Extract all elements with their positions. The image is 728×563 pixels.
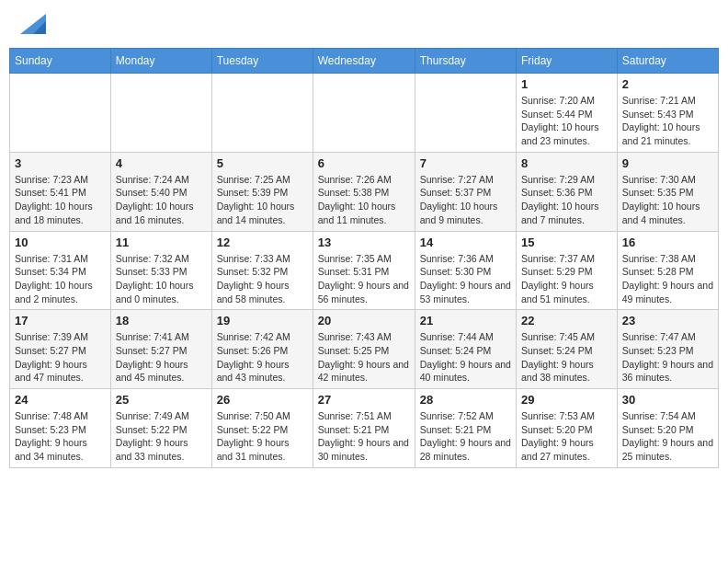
day-info: Sunrise: 7:30 AM Sunset: 5:35 PM Dayligh… [622,173,713,227]
calendar-cell: 12Sunrise: 7:33 AM Sunset: 5:32 PM Dayli… [211,231,313,310]
calendar-cell [415,74,516,153]
calendar-cell: 2Sunrise: 7:21 AM Sunset: 5:43 PM Daylig… [617,74,718,153]
calendar-header-monday: Monday [110,49,211,74]
day-number: 13 [318,236,410,249]
day-info: Sunrise: 7:48 AM Sunset: 5:23 PM Dayligh… [15,409,106,464]
day-number: 6 [318,156,410,170]
day-info: Sunrise: 7:25 AM Sunset: 5:39 PM Dayligh… [217,173,308,227]
day-info: Sunrise: 7:36 AM Sunset: 5:30 PM Dayligh… [420,252,511,306]
calendar-header-friday: Friday [516,49,617,74]
day-info: Sunrise: 7:31 AM Sunset: 5:34 PM Dayligh… [15,252,106,306]
day-number: 3 [15,156,106,170]
day-info: Sunrise: 7:26 AM Sunset: 5:38 PM Dayligh… [318,173,410,227]
calendar-cell: 29Sunrise: 7:53 AM Sunset: 5:20 PM Dayli… [516,389,617,468]
calendar-cell: 10Sunrise: 7:31 AM Sunset: 5:34 PM Dayli… [10,231,111,310]
calendar-header-thursday: Thursday [415,49,516,74]
calendar-cell: 30Sunrise: 7:54 AM Sunset: 5:20 PM Dayli… [617,389,718,468]
page-header [9,9,719,39]
day-number: 8 [521,156,612,170]
day-number: 14 [420,236,511,249]
calendar-cell: 22Sunrise: 7:45 AM Sunset: 5:24 PM Dayli… [516,310,617,389]
day-number: 1 [521,77,612,91]
day-number: 23 [622,314,713,327]
calendar-cell: 19Sunrise: 7:42 AM Sunset: 5:26 PM Dayli… [211,310,313,389]
calendar-cell: 17Sunrise: 7:39 AM Sunset: 5:27 PM Dayli… [10,310,111,389]
calendar-cell: 14Sunrise: 7:36 AM Sunset: 5:30 PM Dayli… [415,231,516,310]
day-number: 30 [622,393,713,407]
day-info: Sunrise: 7:32 AM Sunset: 5:33 PM Dayligh… [116,252,207,306]
logo [18,14,46,34]
day-number: 21 [420,314,511,327]
calendar-cell: 3Sunrise: 7:23 AM Sunset: 5:41 PM Daylig… [10,152,111,231]
day-info: Sunrise: 7:21 AM Sunset: 5:43 PM Dayligh… [622,94,713,148]
day-info: Sunrise: 7:52 AM Sunset: 5:21 PM Dayligh… [420,409,511,464]
calendar-cell: 8Sunrise: 7:29 AM Sunset: 5:36 PM Daylig… [516,152,617,231]
calendar-cell: 1Sunrise: 7:20 AM Sunset: 5:44 PM Daylig… [516,74,617,153]
day-number: 11 [116,236,207,249]
day-info: Sunrise: 7:47 AM Sunset: 5:23 PM Dayligh… [622,330,713,385]
day-info: Sunrise: 7:42 AM Sunset: 5:26 PM Dayligh… [217,330,308,385]
day-info: Sunrise: 7:53 AM Sunset: 5:20 PM Dayligh… [521,409,612,464]
day-number: 25 [116,393,207,407]
day-number: 2 [622,77,713,91]
calendar-cell: 25Sunrise: 7:49 AM Sunset: 5:22 PM Dayli… [110,389,211,468]
calendar-cell [313,74,415,153]
calendar-cell: 7Sunrise: 7:27 AM Sunset: 5:37 PM Daylig… [415,152,516,231]
calendar-cell [211,74,313,153]
day-number: 24 [15,393,106,407]
calendar-cell: 20Sunrise: 7:43 AM Sunset: 5:25 PM Dayli… [313,310,415,389]
day-info: Sunrise: 7:51 AM Sunset: 5:21 PM Dayligh… [318,409,410,464]
day-number: 7 [420,156,511,170]
day-number: 5 [217,156,308,170]
day-info: Sunrise: 7:39 AM Sunset: 5:27 PM Dayligh… [15,330,106,385]
day-info: Sunrise: 7:27 AM Sunset: 5:37 PM Dayligh… [420,173,511,227]
day-info: Sunrise: 7:35 AM Sunset: 5:31 PM Dayligh… [318,252,410,306]
calendar-cell: 24Sunrise: 7:48 AM Sunset: 5:23 PM Dayli… [10,389,111,468]
day-number: 9 [622,156,713,170]
day-number: 4 [116,156,207,170]
day-number: 26 [217,393,308,407]
calendar-cell: 11Sunrise: 7:32 AM Sunset: 5:33 PM Dayli… [110,231,211,310]
day-info: Sunrise: 7:23 AM Sunset: 5:41 PM Dayligh… [15,173,106,227]
day-info: Sunrise: 7:44 AM Sunset: 5:24 PM Dayligh… [420,330,511,385]
calendar-cell: 15Sunrise: 7:37 AM Sunset: 5:29 PM Dayli… [516,231,617,310]
day-info: Sunrise: 7:29 AM Sunset: 5:36 PM Dayligh… [521,173,612,227]
day-info: Sunrise: 7:45 AM Sunset: 5:24 PM Dayligh… [521,330,612,385]
calendar-cell: 27Sunrise: 7:51 AM Sunset: 5:21 PM Dayli… [313,389,415,468]
calendar-cell: 18Sunrise: 7:41 AM Sunset: 5:27 PM Dayli… [110,310,211,389]
calendar-cell: 6Sunrise: 7:26 AM Sunset: 5:38 PM Daylig… [313,152,415,231]
calendar-cell: 16Sunrise: 7:38 AM Sunset: 5:28 PM Dayli… [617,231,718,310]
calendar-week-row: 3Sunrise: 7:23 AM Sunset: 5:41 PM Daylig… [10,152,719,231]
calendar-cell: 4Sunrise: 7:24 AM Sunset: 5:40 PM Daylig… [110,152,211,231]
calendar-cell: 26Sunrise: 7:50 AM Sunset: 5:22 PM Dayli… [211,389,313,468]
calendar-header-tuesday: Tuesday [211,49,313,74]
calendar-cell [10,74,111,153]
calendar-cell [110,74,211,153]
calendar-cell: 23Sunrise: 7:47 AM Sunset: 5:23 PM Dayli… [617,310,718,389]
logo-general-text [18,14,46,34]
day-number: 19 [217,314,308,327]
calendar-header-sunday: Sunday [10,49,111,74]
day-number: 12 [217,236,308,249]
day-number: 27 [318,393,410,407]
day-number: 18 [116,314,207,327]
calendar-header-saturday: Saturday [617,49,718,74]
calendar-week-row: 17Sunrise: 7:39 AM Sunset: 5:27 PM Dayli… [10,310,719,389]
day-info: Sunrise: 7:43 AM Sunset: 5:25 PM Dayligh… [318,330,410,385]
day-number: 22 [521,314,612,327]
day-number: 10 [15,236,106,249]
calendar-header-wednesday: Wednesday [313,49,415,74]
calendar-week-row: 1Sunrise: 7:20 AM Sunset: 5:44 PM Daylig… [10,74,719,153]
calendar-cell: 9Sunrise: 7:30 AM Sunset: 5:35 PM Daylig… [617,152,718,231]
day-info: Sunrise: 7:41 AM Sunset: 5:27 PM Dayligh… [116,330,207,385]
calendar-cell: 13Sunrise: 7:35 AM Sunset: 5:31 PM Dayli… [313,231,415,310]
day-number: 20 [318,314,410,327]
day-number: 29 [521,393,612,407]
day-info: Sunrise: 7:54 AM Sunset: 5:20 PM Dayligh… [622,409,713,464]
day-number: 15 [521,236,612,249]
day-info: Sunrise: 7:50 AM Sunset: 5:22 PM Dayligh… [217,409,308,464]
day-info: Sunrise: 7:20 AM Sunset: 5:44 PM Dayligh… [521,94,612,148]
calendar-header-row: SundayMondayTuesdayWednesdayThursdayFrid… [10,49,719,74]
day-number: 28 [420,393,511,407]
day-info: Sunrise: 7:37 AM Sunset: 5:29 PM Dayligh… [521,252,612,306]
